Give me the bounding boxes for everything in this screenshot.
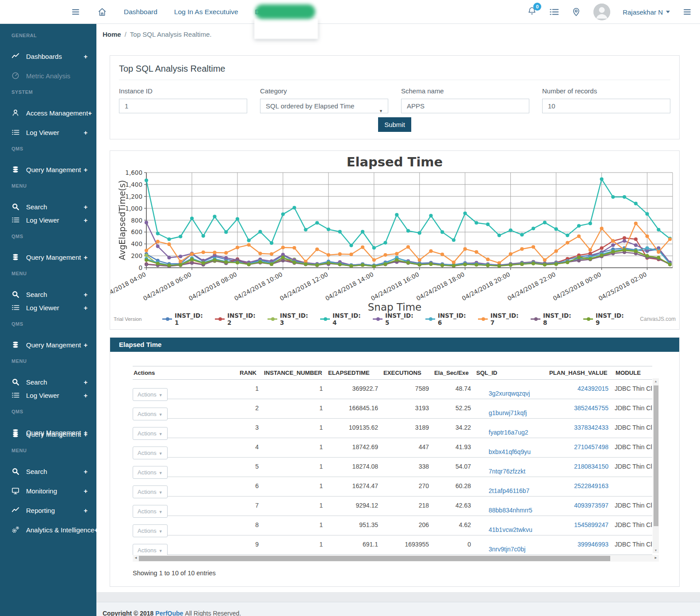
legend-item-inst-id-2[interactable]: INST_ID: 2 — [215, 312, 259, 326]
caret-down-icon: ▼ — [159, 393, 163, 397]
user-menu[interactable]: Rajasekhar N — [623, 8, 670, 16]
nav-login-as-executive[interactable]: Log In As Executuive — [174, 8, 238, 16]
sidebar-item-query-mangement[interactable]: Query Mangement+ — [0, 340, 96, 349]
col-rank[interactable]: RANK — [239, 366, 263, 379]
sql-id-link[interactable]: 88bb834nhmrr5 — [489, 507, 532, 514]
expand-plus-icon[interactable]: + — [84, 392, 88, 399]
sql-id-link[interactable]: bxbx41qf6q9yu — [489, 448, 531, 455]
sidebar-item-label: Search — [26, 468, 84, 475]
expand-plus-icon[interactable]: + — [84, 254, 88, 261]
legend-item-inst-id-6[interactable]: INST_ID: 6 — [425, 312, 469, 326]
category-select[interactable]: SQL ordered by Elapsed Time ▼ — [260, 99, 388, 113]
legend-item-inst-id-3[interactable]: INST_ID: 3 — [268, 312, 311, 326]
sidebar-item-log-viewer[interactable]: Log Viewer+ — [0, 303, 96, 312]
canvasjs-watermark[interactable]: CanvasJS.com — [627, 316, 676, 322]
sidebar-item-search[interactable]: Search+ — [0, 290, 96, 299]
col-actions[interactable]: Actions — [133, 366, 239, 379]
expand-plus-icon[interactable]: + — [84, 291, 88, 298]
legend-item-inst-id-4[interactable]: INST_ID: 4 — [320, 312, 364, 326]
plan-hash-link[interactable]: 399946993 — [578, 541, 608, 548]
plan-hash-link[interactable]: 3852445755 — [574, 404, 608, 412]
sql-id-link[interactable]: g1burwj71kqfj — [489, 409, 527, 416]
sidebar-item-reporting[interactable]: Reporting+ — [0, 506, 96, 515]
sql-id-link[interactable]: 41b1vcw2twkvu — [489, 526, 532, 533]
col-module[interactable]: MODULE — [615, 366, 652, 379]
expand-plus-icon[interactable]: + — [84, 166, 88, 173]
col-sql-id[interactable]: SQL_ID — [475, 366, 548, 379]
sidebar-item-search[interactable]: Search+ — [0, 377, 96, 386]
sidebar-item-search[interactable]: Search+ — [0, 202, 96, 211]
sidebar-item-log-viewer[interactable]: Log Viewer+ — [0, 128, 96, 137]
vertical-scroll-thumb[interactable] — [654, 385, 658, 526]
brand-link[interactable]: PerfQube — [155, 610, 183, 616]
scroll-up-arrow-icon[interactable]: ▲ — [653, 380, 659, 383]
plan-hash-link[interactable]: 3378342433 — [574, 424, 608, 431]
col-elapsedtime[interactable]: ELAPSEDTIME — [327, 366, 383, 379]
plan-hash-link[interactable]: 1545899247 — [574, 521, 608, 528]
sidebar-item-dashboards[interactable]: Dashboards+ — [0, 52, 96, 61]
legend-marker-icon — [425, 317, 435, 321]
expand-plus-icon[interactable]: + — [88, 109, 92, 117]
plan-hash-link[interactable]: 424392015 — [578, 385, 608, 392]
expand-plus-icon[interactable]: + — [84, 468, 88, 475]
breadcrumb-home-link[interactable]: Home — [103, 31, 121, 38]
sql-id-link[interactable]: fyaptr16a7ug2 — [489, 429, 528, 436]
sql-id-link[interactable]: 3nrv9tjn7c0bj — [489, 546, 525, 553]
task-list-icon[interactable] — [549, 7, 559, 17]
cell-ela-sec-exe: 34.22 — [433, 419, 475, 431]
expand-plus-icon[interactable]: + — [84, 507, 88, 514]
expand-plus-icon[interactable]: + — [84, 304, 88, 312]
instance-id-input[interactable] — [119, 99, 247, 113]
nav-dashboard[interactable]: Dashboard — [124, 8, 157, 16]
expand-plus-icon[interactable]: + — [84, 129, 88, 136]
legend-item-inst-id-9[interactable]: INST_ID: 9 — [583, 312, 627, 326]
horizontal-scrollbar[interactable]: ◄ ► — [133, 555, 659, 562]
plan-hash-link[interactable]: 2710457498 — [574, 443, 608, 450]
horizontal-scroll-thumb[interactable] — [139, 556, 610, 561]
schema-name-input[interactable] — [401, 99, 529, 113]
legend-item-inst-id-1[interactable]: INST_ID: 1 — [162, 312, 206, 326]
expand-plus-icon[interactable]: + — [84, 378, 88, 386]
location-pin-icon[interactable] — [571, 7, 581, 17]
sql-id-link[interactable]: 3g2xurqwqzqvj — [489, 390, 530, 397]
col-plan-hash-value[interactable]: PLAN_HASH_VALUE — [548, 366, 615, 379]
col-instance-number[interactable]: INSTANCE_NUMBER — [263, 366, 327, 379]
col-ela-sec-exe[interactable]: Ela_Sec/Exe — [433, 366, 475, 379]
submit-button[interactable]: Submit — [378, 117, 411, 132]
expand-plus-icon[interactable]: + — [84, 341, 88, 349]
sidebar-item-metric-analysis[interactable]: Metric Analysis — [0, 71, 96, 80]
sidebar-item-access-management[interactable]: Access Management+ — [0, 108, 96, 117]
plan-hash-link[interactable]: 4093973597 — [574, 502, 608, 509]
scroll-down-arrow-icon[interactable]: ▼ — [653, 549, 659, 552]
vertical-scrollbar[interactable]: ▲ ▼ — [653, 378, 659, 553]
legend-item-inst-id-8[interactable]: INST_ID: 8 — [531, 312, 574, 326]
plan-hash-link[interactable]: 2522849163 — [574, 482, 608, 489]
expand-plus-icon[interactable]: + — [84, 487, 88, 495]
sidebar-item-monitoring[interactable]: Monitoring+ — [0, 486, 96, 495]
legend-label: INST_ID: 8 — [543, 312, 574, 326]
legend-item-inst-id-7[interactable]: INST_ID: 7 — [478, 312, 522, 326]
home-icon[interactable] — [97, 7, 107, 17]
col-executions[interactable]: EXECUTIONS — [383, 366, 433, 379]
sidebar-item-analytics-intelligence[interactable]: Analytics & Intelligence+ — [0, 525, 96, 534]
sql-id-link[interactable]: 7ntqr76zfzzkt — [489, 468, 525, 475]
sidebar-item-query-mangement[interactable]: Query Mangement+ — [0, 253, 96, 262]
sidebar-item-search[interactable]: Search+ — [0, 467, 96, 476]
legend-item-inst-id-5[interactable]: INST_ID: 5 — [373, 312, 417, 326]
plan-hash-link[interactable]: 2180834150 — [574, 463, 608, 470]
sidebar-item-log-viewer[interactable]: Log Viewer+ — [0, 216, 96, 224]
actions-label: Actions — [138, 508, 157, 515]
menu-toggle-icon[interactable] — [71, 7, 80, 17]
expand-plus-icon[interactable]: + — [94, 526, 96, 534]
expand-plus-icon[interactable]: + — [84, 53, 88, 60]
number-of-records-input[interactable] — [542, 99, 670, 113]
sidebar-item-log-viewer[interactable]: Log Viewer+ — [0, 391, 96, 400]
settings-menu-icon[interactable] — [682, 7, 692, 17]
avatar[interactable] — [593, 4, 610, 20]
expand-plus-icon[interactable]: + — [84, 203, 88, 211]
scroll-left-arrow-icon[interactable]: ◄ — [134, 556, 138, 560]
scroll-right-arrow-icon[interactable]: ► — [654, 556, 658, 560]
sidebar-item-query-mangement[interactable]: Query Mangement+ — [0, 165, 96, 174]
expand-plus-icon[interactable]: + — [84, 216, 88, 224]
sql-id-link[interactable]: 2t1afp46116b7 — [489, 487, 529, 494]
